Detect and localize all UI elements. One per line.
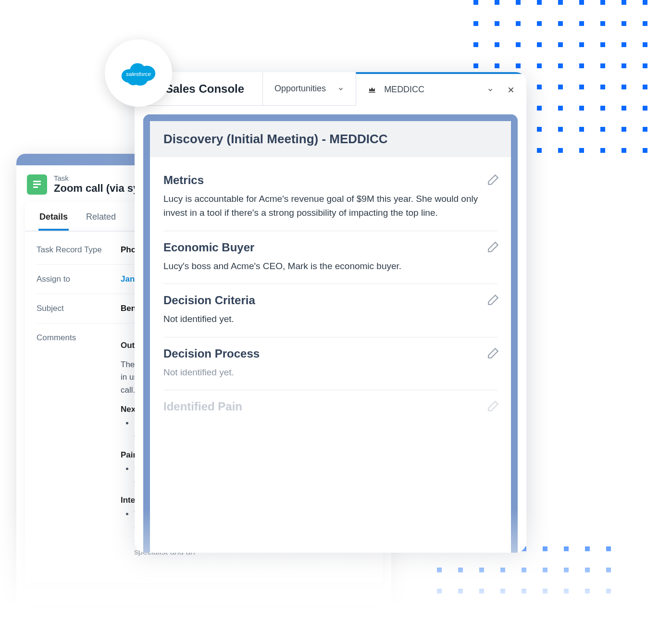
decorative-dot-grid-bottom: [437, 546, 611, 594]
close-icon[interactable]: [507, 86, 515, 94]
section-body: Lucy is accountable for Acme's revenue g…: [163, 192, 490, 220]
task-icon: [27, 174, 47, 195]
edit-icon[interactable]: [487, 294, 499, 306]
subject-value: Ben: [121, 304, 136, 313]
sales-console-topbar: Sales Console Opportunities MEDDICC: [135, 72, 526, 106]
page-title: Discovery (Initial Meeting) - MEDDICC: [150, 121, 511, 157]
crown-icon: [368, 86, 376, 94]
section-title: Decision Process: [163, 347, 497, 360]
console-brand: Sales Console: [165, 82, 262, 96]
chevron-down-icon[interactable]: [487, 87, 494, 93]
section-body: Not identified yet.: [163, 312, 490, 326]
section-title: Economic Buyer: [163, 241, 497, 254]
section-decision-criteria: Decision Criteria Not identified yet.: [163, 284, 497, 337]
section-title: Identified Pain: [163, 400, 497, 413]
edit-icon[interactable]: [487, 347, 499, 359]
assign-to-label: Assign to: [37, 274, 121, 284]
content-frame: Discovery (Initial Meeting) - MEDDICC Me…: [143, 114, 518, 553]
section-economic-buyer: Economic Buyer Lucy's boss and Acme's CE…: [163, 231, 497, 284]
comments-label: Comments: [37, 333, 121, 343]
subject-label: Subject: [37, 304, 121, 313]
tab-details[interactable]: Details: [38, 207, 69, 231]
tab-related[interactable]: Related: [85, 207, 117, 231]
edit-icon[interactable]: [487, 400, 499, 412]
nav-meddicc-label: MEDDICC: [384, 85, 424, 95]
salesforce-cloud-icon: salesforce: [117, 58, 160, 88]
nav-opportunities[interactable]: Opportunities: [262, 72, 356, 106]
chevron-down-icon: [337, 86, 344, 92]
section-metrics: Metrics Lucy is accountable for Acme's r…: [163, 164, 497, 231]
content-fade: [150, 428, 511, 553]
section-identified-pain: Identified Pain: [163, 390, 497, 429]
nav-meddicc-tab[interactable]: MEDDICC: [356, 72, 526, 106]
section-title: Decision Criteria: [163, 294, 497, 307]
meddicc-sections: Metrics Lucy is accountable for Acme's r…: [150, 157, 511, 429]
edit-icon[interactable]: [487, 173, 499, 186]
record-type-label: Task Record Type: [37, 245, 121, 255]
salesforce-logo-text: salesforce: [126, 71, 151, 77]
section-decision-process: Decision Process Not identified yet.: [163, 337, 497, 390]
salesforce-logo-badge: salesforce: [105, 39, 172, 107]
section-body: Not identified yet.: [163, 365, 490, 379]
sales-console-window: Sales Console Opportunities MEDDICC Disc…: [135, 72, 526, 553]
section-title: Metrics: [163, 173, 497, 187]
nav-opportunities-label: Opportunities: [274, 84, 326, 94]
section-body: Lucy's boss and Acme's CEO, Mark is the …: [163, 259, 490, 273]
edit-icon[interactable]: [487, 241, 499, 253]
